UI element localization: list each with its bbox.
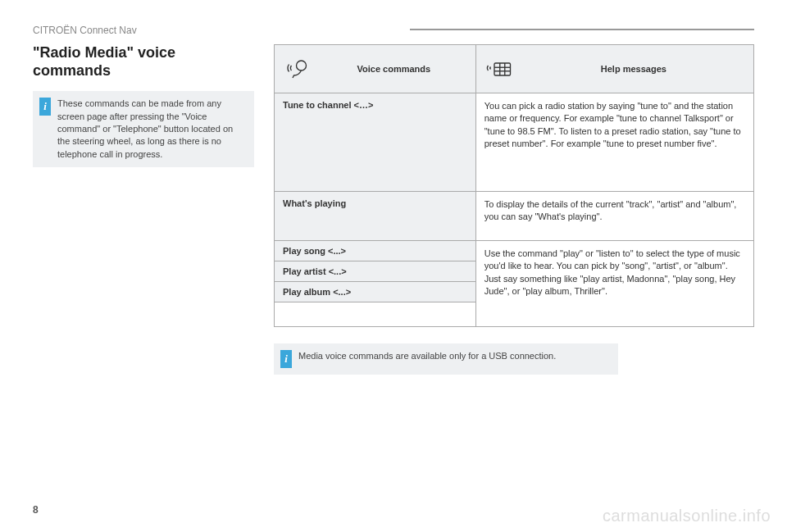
document-page: CITROËN Connect Nav "Radio Media" voice …	[0, 0, 787, 532]
empty-cell	[275, 302, 476, 327]
voice-commands-table: Voice commands	[274, 44, 754, 327]
bottom-note-text: Media voice commands are available only …	[298, 350, 556, 362]
info-box-bottom: i Media voice commands are available onl…	[274, 343, 618, 375]
page-header: CITROËN Connect Nav	[33, 25, 754, 36]
left-column: "Radio Media" voice commands i These com…	[33, 44, 254, 375]
product-name: CITROËN Connect Nav	[33, 25, 137, 36]
command-cell: Tune to channel <…>	[275, 93, 476, 192]
info-box-top: i These commands can be made from any sc…	[33, 91, 254, 167]
voice-icon	[283, 56, 312, 82]
info-icon: i	[39, 98, 51, 116]
svg-point-0	[297, 61, 307, 70]
col-header-voice: Voice commands	[275, 45, 476, 93]
section-title: "Radio Media" voice commands	[33, 44, 254, 80]
page-number: 8	[33, 504, 39, 516]
table-row: Play song <...> Use the command "play" o…	[275, 241, 754, 261]
content-columns: "Radio Media" voice commands i These com…	[33, 44, 754, 375]
right-column: Voice commands	[274, 44, 754, 375]
keypad-icon	[484, 56, 514, 82]
info-icon: i	[280, 350, 292, 368]
header-rule	[410, 29, 754, 30]
command-cell: Play song <...>	[275, 241, 476, 261]
help-cell: To display the details of the current "t…	[475, 192, 753, 241]
table-row: What's playing To display the details of…	[275, 192, 754, 241]
col-header-voice-label: Voice commands	[321, 64, 467, 74]
table-header-row: Voice commands	[275, 45, 754, 93]
info-text: These commands can be made from any scre…	[57, 98, 246, 161]
svg-rect-1	[494, 63, 511, 75]
command-cell: Play album <...>	[275, 282, 476, 302]
col-header-help-label: Help messages	[522, 64, 745, 74]
command-cell: Play artist <...>	[275, 261, 476, 282]
watermark: carmanualsonline.info	[603, 507, 771, 525]
command-cell: What's playing	[275, 192, 476, 241]
table-row: Tune to channel <…> You can pick a radio…	[275, 93, 754, 192]
help-cell: Use the command "play" or "listen to" to…	[475, 241, 753, 327]
help-cell: You can pick a radio station by saying "…	[475, 93, 753, 192]
col-header-help: Help messages	[475, 45, 753, 93]
